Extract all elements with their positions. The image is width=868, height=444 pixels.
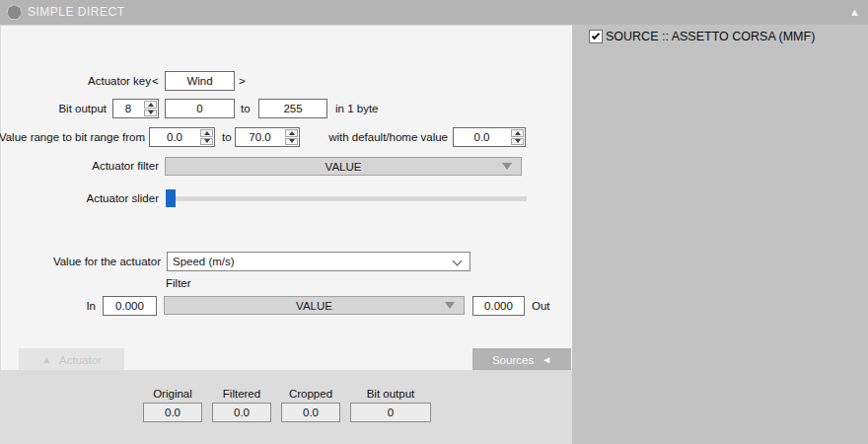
panel-title: SIMPLE DIRECT <box>28 0 125 25</box>
spin-down-icon <box>148 111 154 114</box>
value-for-actuator-row: Value for the actuator Speed (m/s) <box>1 252 573 271</box>
slider-thumb[interactable] <box>166 189 176 207</box>
value-range-row: Value range to bit range from to with de… <box>1 127 573 147</box>
spin-up-button[interactable] <box>285 129 298 137</box>
range-to-input[interactable] <box>236 128 284 146</box>
value-for-actuator-combo[interactable]: Speed (m/s) <box>167 252 470 271</box>
source-item: SOURCE :: ASSETTO CORSA (MMF) <box>589 30 815 43</box>
actuator-slider-label: Actuator slider <box>86 189 159 207</box>
actuator-filter-dropdown[interactable]: VALUE <box>165 157 522 176</box>
actuator-filter-row: Actuator filter VALUE <box>1 157 573 177</box>
spin-up-button[interactable] <box>511 129 524 137</box>
spin-down-button[interactable] <box>285 138 298 146</box>
readout-filtered-value: 0.0 <box>212 403 271 422</box>
filter-in-input[interactable] <box>103 296 157 316</box>
readout-original-value: 0.0 <box>143 403 202 422</box>
actuator-filter-label: Actuator filter <box>92 157 159 176</box>
dropdown-arrow-icon <box>502 163 512 170</box>
spin-up-icon <box>204 131 210 135</box>
value-for-actuator-label: Value for the actuator <box>53 252 161 271</box>
filter-row: In VALUE Out <box>1 296 573 316</box>
spin-up-button[interactable] <box>144 101 157 109</box>
bit-count-stepper[interactable] <box>112 99 159 118</box>
readout-bit-output-label: Bit output <box>350 388 431 400</box>
tab-actuator-label: Actuator <box>59 354 102 366</box>
filter-title: Filter <box>166 276 191 290</box>
default-value-input[interactable] <box>454 128 510 146</box>
spin-down-button[interactable] <box>200 138 213 146</box>
actuator-panel: Actuator key < > Bit output to in 1 byte… <box>0 25 572 370</box>
spin-down-button[interactable] <box>511 138 524 146</box>
chevron-down-icon <box>453 257 463 266</box>
bit-range-min-input[interactable] <box>165 99 235 118</box>
bit-output-label: Bit output <box>58 99 107 118</box>
spin-down-button[interactable] <box>144 110 157 117</box>
value-for-actuator-value: Speed (m/s) <box>173 256 235 267</box>
range-to-stepper[interactable] <box>235 127 300 147</box>
range-from-input[interactable] <box>150 128 199 146</box>
bit-range-max-input[interactable] <box>258 99 327 118</box>
filter-out-label: Out <box>532 296 550 316</box>
spin-down-icon <box>204 139 210 143</box>
triangle-left-icon: ◄ <box>542 354 551 365</box>
filter-dropdown[interactable]: VALUE <box>164 296 465 315</box>
readout-filtered-label: Filtered <box>212 388 271 400</box>
spin-up-icon <box>148 103 154 107</box>
bit-output-note: in 1 byte <box>335 99 378 118</box>
bit-range-to-label: to <box>241 99 251 118</box>
spin-up-button[interactable] <box>200 129 213 137</box>
app-icon <box>6 4 23 21</box>
spin-down-icon <box>515 139 521 143</box>
filter-in-label: In <box>86 296 96 316</box>
filter-out-input[interactable] <box>472 296 525 316</box>
dropdown-arrow-icon <box>445 302 455 309</box>
readout-cropped-value: 0.0 <box>281 403 340 422</box>
value-range-label: Value range to bit range from <box>0 127 145 147</box>
actuator-key-input[interactable] <box>165 71 235 91</box>
sources-panel: SOURCE :: ASSETTO CORSA (MMF) <box>572 25 868 444</box>
actuator-key-label: Actuator key <box>88 71 151 91</box>
default-value-stepper[interactable] <box>453 127 526 147</box>
actuator-key-prev[interactable]: < <box>152 71 159 91</box>
tab-sources[interactable]: Sources ◄ <box>472 348 571 371</box>
triangle-up-icon: ▲ <box>41 354 51 365</box>
actuator-slider[interactable] <box>166 189 527 207</box>
tab-sources-label: Sources <box>492 354 534 366</box>
readout-bit-output-value: 0 <box>350 403 431 422</box>
actuator-key-row: Actuator key < > <box>1 71 573 91</box>
bit-count-input[interactable] <box>113 100 143 117</box>
readout-strip: Original 0.0 Filtered 0.0 Cropped 0.0 Bi… <box>0 370 572 444</box>
tab-actuator[interactable]: ▲ Actuator <box>19 348 124 371</box>
spin-up-icon <box>515 131 521 135</box>
filter-value: VALUE <box>296 300 332 312</box>
slider-track[interactable] <box>166 196 527 201</box>
actuator-slider-row: Actuator slider <box>1 189 573 207</box>
source-checkbox[interactable] <box>589 30 603 43</box>
spin-down-icon <box>289 139 295 143</box>
readout-original-label: Original <box>143 388 202 400</box>
default-value-label: with default/home value <box>328 127 448 147</box>
spin-up-icon <box>289 131 295 135</box>
filter-caption-row: Filter <box>1 276 573 290</box>
readout-cropped-label: Cropped <box>281 388 340 400</box>
range-from-stepper[interactable] <box>149 127 215 147</box>
bit-output-row: Bit output to in 1 byte <box>1 99 573 118</box>
collapse-panel-icon[interactable]: ▲ <box>849 0 860 25</box>
actuator-key-next[interactable]: > <box>239 71 246 91</box>
source-label: SOURCE :: ASSETTO CORSA (MMF) <box>606 30 815 43</box>
actuator-filter-value: VALUE <box>326 161 362 173</box>
titlebar: SIMPLE DIRECT ▲ <box>0 0 868 25</box>
checkmark-icon <box>592 32 600 39</box>
value-range-to-label: to <box>222 127 232 147</box>
